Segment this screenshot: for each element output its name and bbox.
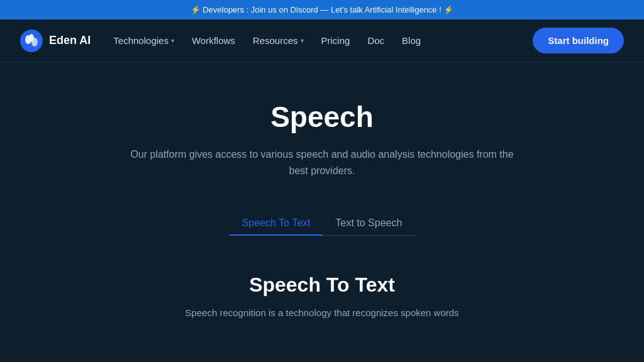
chevron-down-icon: ▾ bbox=[301, 37, 304, 44]
logo-icon bbox=[20, 30, 43, 52]
top-banner: ⚡ Developers : Join us on Discord — Let'… bbox=[0, 0, 644, 19]
tabs-container: Speech To Text Text to Speech bbox=[228, 211, 416, 236]
nav-item-workflows[interactable]: Workflows bbox=[192, 35, 235, 46]
section-title: Speech To Text bbox=[249, 273, 395, 297]
page-title: Speech bbox=[270, 100, 374, 134]
chevron-down-icon: ▾ bbox=[171, 37, 174, 44]
nav-item-resources[interactable]: Resources ▾ bbox=[253, 35, 304, 46]
page-subtitle: Our platform gives access to various spe… bbox=[121, 146, 523, 178]
logo[interactable]: Eden AI bbox=[20, 30, 91, 52]
section-description: Speech recognition is a technology that … bbox=[185, 305, 458, 321]
navbar-left: Eden AI Technologies ▾ Workflows Resourc… bbox=[20, 30, 421, 52]
nav-item-pricing[interactable]: Pricing bbox=[321, 35, 350, 46]
tab-text-to-speech[interactable]: Text to Speech bbox=[323, 211, 414, 235]
main-content: Speech Our platform gives access to vari… bbox=[0, 62, 644, 321]
logo-text: Eden AI bbox=[49, 34, 91, 47]
start-building-button[interactable]: Start building bbox=[533, 28, 624, 53]
nav-item-technologies[interactable]: Technologies ▾ bbox=[113, 35, 174, 46]
nav-item-blog[interactable]: Blog bbox=[402, 35, 421, 46]
banner-text: ⚡ Developers : Join us on Discord — Let'… bbox=[191, 5, 454, 14]
section-content: Speech To Text Speech recognition is a t… bbox=[0, 273, 644, 321]
svg-point-3 bbox=[29, 34, 34, 41]
tab-speech-to-text[interactable]: Speech To Text bbox=[230, 211, 323, 235]
nav-item-doc[interactable]: Doc bbox=[367, 35, 384, 46]
nav-links: Technologies ▾ Workflows Resources ▾ Pri… bbox=[113, 35, 421, 46]
navbar: Eden AI Technologies ▾ Workflows Resourc… bbox=[0, 19, 644, 62]
